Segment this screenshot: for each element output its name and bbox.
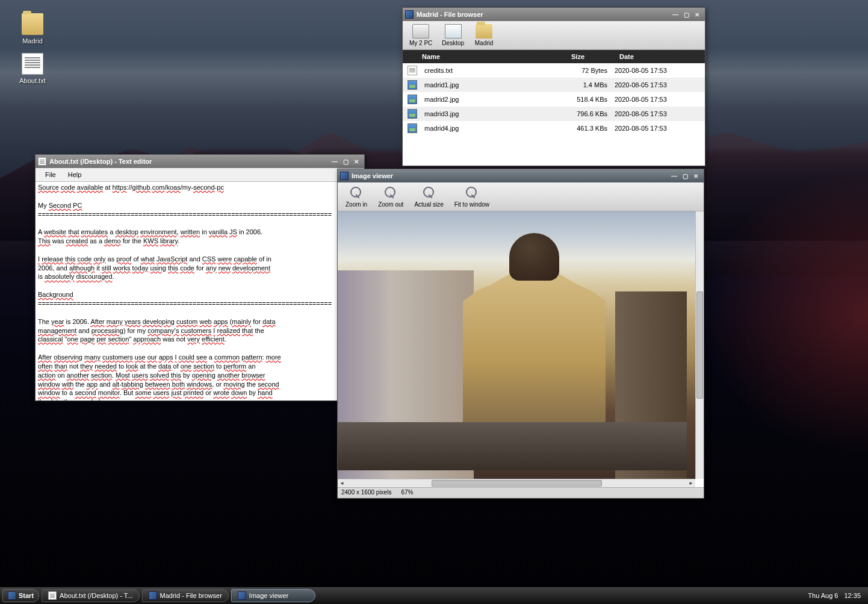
file-name: madrid4.jpg	[422, 125, 566, 132]
file-name: madrid1.jpg	[422, 81, 566, 89]
window-text-editor[interactable]: About.txt (/Desktop) - Text editor — ▢ ✕…	[35, 154, 365, 401]
file-date: 2020-08-05 17:53	[615, 110, 705, 117]
task-label: About.txt (/Desktop) - T...	[60, 592, 132, 599]
desktop-folder-madrid[interactable]: Madrid	[13, 13, 52, 45]
file-date: 2020-08-05 17:53	[615, 125, 705, 132]
file-name: credits.txt	[422, 67, 566, 74]
drive-icon	[412, 24, 429, 39]
image-viewer-toolbar: Zoom in Zoom out Actual size Fit to wind…	[338, 182, 704, 211]
breadcrumb-madrid[interactable]: Madrid	[470, 22, 498, 48]
file-icon	[408, 80, 417, 90]
folder-icon	[22, 13, 43, 35]
file-icon	[408, 109, 417, 119]
col-name[interactable]: Name	[403, 53, 566, 60]
fit-window-button[interactable]: Fit to window	[450, 184, 494, 210]
file-date: 2020-08-05 17:53	[615, 81, 705, 89]
file-row[interactable]: madrid4.jpg461.3 KBs2020-08-05 17:53	[403, 121, 705, 135]
titlebar[interactable]: Image viewer — ▢ ✕	[338, 169, 704, 182]
zoom-in-icon	[348, 185, 365, 200]
start-button[interactable]: Start	[2, 589, 39, 602]
actual-size-icon	[421, 185, 438, 200]
file-name: madrid2.jpg	[422, 96, 566, 103]
status-bar: 2400 x 1600 pixels 67%	[338, 487, 704, 498]
close-button[interactable]: ✕	[692, 10, 702, 19]
task-label: Image viewer	[249, 592, 288, 599]
maximize-button[interactable]: ▢	[681, 10, 692, 19]
actual-size-button[interactable]: Actual size	[410, 184, 447, 210]
displayed-image	[338, 211, 695, 479]
scroll-left-icon[interactable]: ◄	[338, 481, 346, 486]
editor-textarea[interactable]: Source code available at https://github.…	[36, 182, 364, 400]
file-list[interactable]: credits.txt72 Bytes2020-08-05 17:53madri…	[403, 63, 705, 166]
folder-icon	[476, 24, 492, 39]
scroll-thumb[interactable]	[432, 480, 602, 487]
maximize-button[interactable]: ▢	[340, 157, 351, 166]
zoom-level: 67%	[401, 489, 413, 497]
menu-file[interactable]: File	[39, 169, 62, 180]
desktop-file-about[interactable]: About.txt	[13, 53, 52, 84]
file-size: 1.4 MBs	[566, 81, 615, 89]
app-icon	[340, 172, 349, 180]
scroll-thumb[interactable]	[696, 291, 703, 399]
zoom-in-button[interactable]: Zoom in	[341, 184, 371, 210]
minimize-button[interactable]: —	[669, 172, 680, 180]
col-date[interactable]: Date	[615, 53, 705, 60]
breadcrumb-my-pc[interactable]: My 2 PC	[405, 22, 436, 48]
breadcrumb-toolbar: My 2 PC Desktop Madrid	[403, 21, 705, 50]
window-image-viewer[interactable]: Image viewer — ▢ ✕ Zoom in Zoom out Actu…	[337, 169, 704, 499]
image-canvas[interactable]: ◄ ►	[338, 211, 704, 487]
task-label: Madrid - File browser	[160, 592, 222, 599]
clock-time: 12:35	[844, 592, 861, 599]
horizontal-scrollbar[interactable]: ◄ ►	[338, 479, 695, 487]
file-size: 461.3 KBs	[566, 125, 615, 132]
file-name: madrid3.jpg	[422, 110, 566, 117]
fit-window-icon	[463, 185, 480, 200]
col-size[interactable]: Size	[566, 53, 615, 60]
file-size: 796.6 KBs	[566, 110, 615, 117]
taskbar: Start About.txt (/Desktop) - T...Madrid …	[0, 587, 868, 604]
app-icon	[405, 10, 414, 19]
system-tray: Thu Aug 6 12:35	[808, 592, 866, 599]
menu-help[interactable]: Help	[62, 169, 88, 180]
image-dimensions: 2400 x 1600 pixels	[341, 489, 391, 497]
file-row[interactable]: credits.txt72 Bytes2020-08-05 17:53	[403, 63, 705, 78]
file-size: 518.4 KBs	[566, 96, 615, 103]
task-icon	[238, 591, 246, 600]
maximize-button[interactable]: ▢	[680, 172, 690, 180]
window-title: About.txt (/Desktop) - Text editor	[49, 158, 329, 165]
file-icon	[408, 123, 417, 133]
file-icon	[408, 66, 417, 75]
minimize-button[interactable]: —	[329, 157, 340, 166]
zoom-out-button[interactable]: Zoom out	[374, 184, 408, 210]
titlebar[interactable]: Madrid - File browser — ▢ ✕	[403, 8, 705, 21]
close-button[interactable]: ✕	[351, 157, 362, 166]
vertical-scrollbar[interactable]	[695, 211, 704, 479]
zoom-out-icon	[382, 185, 399, 200]
minimize-button[interactable]: —	[670, 10, 681, 19]
window-title: Madrid - File browser	[417, 11, 670, 18]
textfile-icon	[38, 157, 46, 166]
menubar: File Help	[36, 168, 364, 182]
scroll-right-icon[interactable]: ►	[687, 481, 695, 486]
file-date: 2020-08-05 17:53	[615, 96, 705, 103]
file-icon	[408, 95, 417, 104]
breadcrumb-desktop[interactable]: Desktop	[438, 22, 468, 48]
window-file-browser[interactable]: Madrid - File browser — ▢ ✕ My 2 PC Desk…	[402, 7, 705, 166]
task-icon	[149, 591, 157, 600]
clock-date: Thu Aug 6	[808, 592, 838, 599]
file-row[interactable]: madrid1.jpg1.4 MBs2020-08-05 17:53	[403, 78, 705, 92]
taskbar-item[interactable]: Madrid - File browser	[142, 589, 229, 602]
columns-header[interactable]: Name Size Date	[403, 50, 705, 63]
desktop-icon-label: About.txt	[13, 77, 52, 84]
start-icon	[8, 591, 16, 600]
file-row[interactable]: madrid3.jpg796.6 KBs2020-08-05 17:53	[403, 107, 705, 121]
file-row[interactable]: madrid2.jpg518.4 KBs2020-08-05 17:53	[403, 92, 705, 107]
titlebar[interactable]: About.txt (/Desktop) - Text editor — ▢ ✕	[36, 155, 364, 168]
close-button[interactable]: ✕	[690, 172, 701, 180]
textfile-icon	[22, 53, 43, 75]
task-icon	[48, 591, 57, 600]
desktop-icon-label: Madrid	[13, 37, 52, 45]
taskbar-item[interactable]: Image viewer	[231, 589, 315, 602]
taskbar-item[interactable]: About.txt (/Desktop) - T...	[42, 589, 139, 602]
file-size: 72 Bytes	[566, 67, 615, 74]
